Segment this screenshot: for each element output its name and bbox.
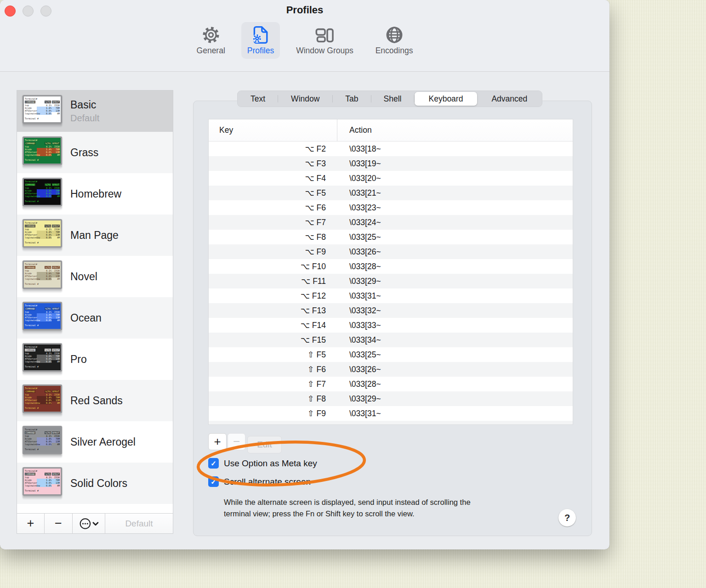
profiles-sidebar: Terminal#COMMAND%CPURPRVTtop4.1%231KXcod… xyxy=(17,90,173,534)
toolbar-item-label: General xyxy=(197,46,225,56)
profile-text: Homebrew xyxy=(70,188,121,200)
thumbnail-column-chip: COMMAND xyxy=(25,142,35,145)
thumbnail-column-chip: RPRVT xyxy=(52,101,60,103)
ellipsis-circle-chevron-icon xyxy=(79,517,99,531)
profile-subtitle: Default xyxy=(70,113,99,124)
shortcut-key-cell: ⌥ F10 xyxy=(209,262,337,271)
shortcut-action-cell: \033[26~ xyxy=(337,365,381,374)
keyboard-shortcut-row[interactable]: ⌥ F2\033[18~ xyxy=(209,141,573,156)
profile-row-silver-aerogel[interactable]: Terminal#COMMAND%CPURPRVTtop4.1%231KXcod… xyxy=(17,421,173,463)
keyboard-shortcut-row[interactable]: ⌥ F9\033[26~ xyxy=(209,244,573,259)
keyboard-shortcut-row[interactable]: ⌥ F14\033[33~ xyxy=(209,318,573,333)
remove-profile-button[interactable]: − xyxy=(45,514,73,533)
keyboard-shortcut-row[interactable]: ⌥ F13\033[32~ xyxy=(209,303,573,318)
checkbox-scroll-alternate-screen[interactable]: ✓ xyxy=(208,476,219,487)
thumbnail-header-line: COMMAND%CPURPRVT xyxy=(25,183,60,186)
keyboard-shortcut-row[interactable]: ⌥ F7\033[24~ xyxy=(209,215,573,230)
thumbnail-reflection xyxy=(23,124,62,128)
thumbnail-header-line: COMMAND%CPURPRVT xyxy=(25,473,60,475)
thumbnail-header-line: COMMAND%CPURPRVT xyxy=(25,142,60,145)
profile-thumbnail: Terminal#COMMAND%CPURPRVTtop4.1%231KXcod… xyxy=(23,136,62,165)
profile-thumbnail: Terminal#COMMAND%CPURPRVTtop4.1%231KXcod… xyxy=(23,426,62,454)
keyboard-shortcut-row[interactable]: ⌥ F10\033[28~ xyxy=(209,259,573,274)
tab-tab[interactable]: Tab xyxy=(333,92,370,106)
thumbnail-header-line: COMMAND%CPURPRVT xyxy=(25,101,60,103)
thumbnail-process-row: loginwindow0.0%4M xyxy=(25,360,60,363)
keyboard-shortcut-row[interactable]: ⇧ F5\033[25~ xyxy=(209,347,573,362)
toolbar-item-label: Window Groups xyxy=(296,46,353,56)
tab-window[interactable]: Window xyxy=(278,92,332,106)
thumbnail-column-chip: RPRVT xyxy=(52,473,60,475)
profile-thumbnail-column: Terminal#COMMAND%CPURPRVTtop4.1%231KXcod… xyxy=(23,343,70,376)
thumbnail-column-chip: %CPU xyxy=(45,101,51,103)
thumbnail-column-chip: RPRVT xyxy=(52,349,60,351)
add-profile-button[interactable]: + xyxy=(17,514,45,533)
keyboard-shortcut-row[interactable]: ⌥ F4\033[20~ xyxy=(209,171,573,186)
thumbnail-column-chip: COMMAND xyxy=(25,183,35,186)
keyboard-shortcut-row[interactable]: ⌥ F8\033[25~ xyxy=(209,230,573,244)
remove-shortcut-button[interactable]: − xyxy=(228,433,245,450)
profile-row-basic[interactable]: Terminal#COMMAND%CPURPRVTtop4.1%231KXcod… xyxy=(17,90,173,132)
toolbar-item-general[interactable]: General xyxy=(191,22,231,59)
toolbar-item-profiles[interactable]: Profiles xyxy=(241,22,280,59)
profile-thumbnail-column: Terminal#COMMAND%CPURPRVTtop4.1%231KXcod… xyxy=(23,178,70,210)
tab-keyboard[interactable]: Keyboard xyxy=(415,92,478,106)
more-options-button[interactable] xyxy=(73,514,105,533)
thumbnail-title-line: Terminal# xyxy=(25,469,60,472)
tab-shell[interactable]: Shell xyxy=(371,92,414,106)
keyboard-shortcut-row[interactable]: ⇧ F7\033[28~ xyxy=(209,377,573,391)
profile-text: Grass xyxy=(70,147,98,159)
profile-text: Man Page xyxy=(70,229,119,242)
keyboard-shortcut-row[interactable]: ⇧ F9\033[31~ xyxy=(209,406,573,421)
keyboard-shortcut-row[interactable]: ⇧ F6\033[26~ xyxy=(209,362,573,377)
keyboard-shortcut-row[interactable]: ⌥ F3\033[19~ xyxy=(209,156,573,171)
column-header-key[interactable]: Key xyxy=(209,119,337,141)
profile-row-man-page[interactable]: Terminal#COMMAND%CPURPRVTtop4.1%231KXcod… xyxy=(17,215,173,256)
shortcut-key-cell: ⌥ F9 xyxy=(209,247,337,257)
thumbnail-column-chip: %CPU xyxy=(45,390,51,393)
thumbnail-prompt-line: Terminal # xyxy=(25,365,60,368)
toolbar-item-window-groups[interactable]: Window Groups xyxy=(290,22,359,59)
thumbnail-reflection xyxy=(23,207,62,210)
thumbnail-header-line: COMMAND%CPURPRVT xyxy=(25,431,60,434)
default-button[interactable]: Default xyxy=(105,514,173,533)
toolbar-item-encodings[interactable]: Encodings xyxy=(370,22,419,59)
profile-row-homebrew[interactable]: Terminal#COMMAND%CPURPRVTtop4.1%231KXcod… xyxy=(17,173,173,215)
profile-name: Pro xyxy=(70,353,87,366)
thumbnail-process-row: loginwindow0.0%4M xyxy=(25,319,60,322)
profile-name: Basic xyxy=(70,99,99,111)
help-button[interactable]: ? xyxy=(558,509,576,526)
profile-tabbar: TextWindowTabShellKeyboardAdvanced xyxy=(237,90,542,107)
option-scroll-alternate-screen[interactable]: ✓Scroll alternate screen xyxy=(208,476,317,487)
thumbnail-column-chip: RPRVT xyxy=(52,183,60,186)
keyboard-shortcut-row[interactable]: ⌥ F6\033[23~ xyxy=(209,200,573,215)
thumbnail-process-row: loginwindow0.0%4M xyxy=(25,195,60,198)
add-shortcut-button[interactable]: + xyxy=(208,433,227,450)
shortcut-action-cell: \033[31~ xyxy=(337,409,381,418)
thumbnail-column-chip: %CPU xyxy=(45,225,51,227)
tab-advanced[interactable]: Advanced xyxy=(477,92,541,106)
thumbnail-process-row: loginwindow0.0%4M xyxy=(25,401,60,404)
profile-row-grass[interactable]: Terminal#COMMAND%CPURPRVTtop4.1%231KXcod… xyxy=(17,132,173,173)
profile-row-ocean[interactable]: Terminal#COMMAND%CPURPRVTtop4.1%231KXcod… xyxy=(17,297,173,339)
tab-text[interactable]: Text xyxy=(238,92,278,106)
thumbnail-header-line: COMMAND%CPURPRVT xyxy=(25,266,60,269)
thumbnail-reflection xyxy=(23,331,62,334)
profile-row-red-sands[interactable]: Terminal#COMMAND%CPURPRVTtop4.1%231KXcod… xyxy=(17,380,173,421)
keyboard-shortcut-row[interactable]: ⇧ F8\033[29~ xyxy=(209,391,573,406)
thumbnail-column-chip: RPRVT xyxy=(52,390,60,393)
edit-shortcut-button[interactable]: Edit xyxy=(247,436,282,453)
profile-row-novel[interactable]: Terminal#COMMAND%CPURPRVTtop4.1%231KXcod… xyxy=(17,256,173,297)
profile-row-pro[interactable]: Terminal#COMMAND%CPURPRVTtop4.1%231KXcod… xyxy=(17,339,173,380)
shortcut-key-cell: ⌥ F11 xyxy=(209,277,337,286)
profile-row-solid-colors[interactable]: Terminal#COMMAND%CPURPRVTtop4.1%231KXcod… xyxy=(17,463,173,504)
checkbox-use-option-as-meta-key[interactable]: ✓ xyxy=(208,458,219,469)
keyboard-shortcut-row[interactable]: ⌥ F5\033[21~ xyxy=(209,186,573,200)
profile-text: BasicDefault xyxy=(70,99,99,124)
keyboard-shortcut-row[interactable]: ⌥ F15\033[34~ xyxy=(209,333,573,347)
keyboard-shortcut-row[interactable]: ⌥ F11\033[29~ xyxy=(209,274,573,288)
column-header-action[interactable]: Action xyxy=(337,119,573,141)
keyboard-shortcut-row[interactable]: ⌥ F12\033[31~ xyxy=(209,288,573,303)
option-use-option-as-meta-key[interactable]: ✓Use Option as Meta key xyxy=(208,458,317,469)
thumbnail-column-chip: COMMAND xyxy=(25,266,35,269)
